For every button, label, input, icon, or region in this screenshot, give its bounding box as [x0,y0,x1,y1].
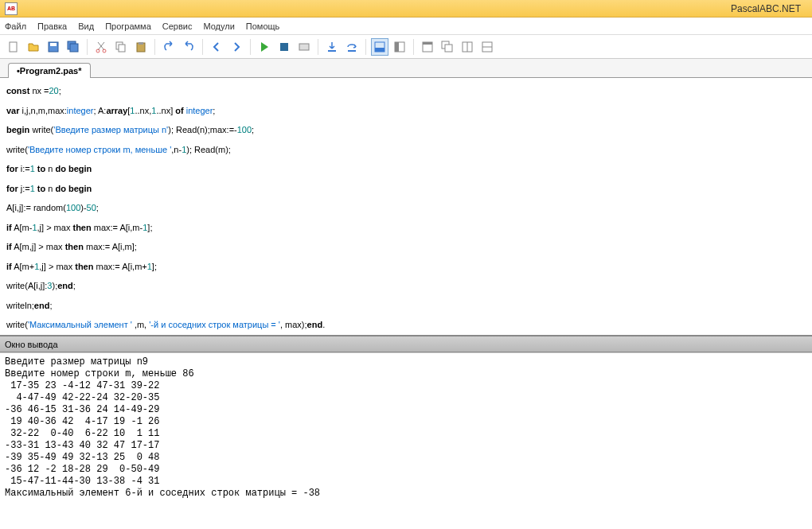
open-file-button[interactable] [25,38,42,56]
panel2-button[interactable] [391,38,408,56]
cut-button[interactable] [92,38,110,56]
menubar: Файл Правка Вид Программа Сервис Модули … [0,18,812,35]
menu-modules[interactable]: Модули [203,21,234,31]
panel1-button[interactable] [371,38,388,56]
svg-rect-0 [10,42,17,52]
menu-help[interactable]: Помощь [246,21,280,31]
save-all-button[interactable] [64,38,82,56]
window3-button[interactable] [459,38,476,56]
redo-button[interactable] [180,38,197,56]
titlebar: AB PascalABC.NET [0,0,812,18]
new-file-button[interactable] [5,38,22,56]
svg-rect-11 [280,43,288,51]
svg-rect-13 [328,50,336,52]
window4-button[interactable] [478,38,496,56]
code-editor[interactable]: const nx =20; var i,j,n,m,max:integer; A… [0,78,812,336]
stop-button[interactable] [275,38,293,56]
svg-rect-18 [395,42,399,52]
svg-rect-14 [348,50,356,52]
save-button[interactable] [45,38,62,56]
svg-rect-12 [299,44,309,50]
toolbar-separator [413,39,414,55]
compile-button[interactable] [295,38,313,56]
menu-service[interactable]: Сервис [162,21,193,31]
svg-rect-22 [445,45,452,52]
app-icon: AB [5,2,18,15]
menu-view[interactable]: Вид [78,21,94,31]
toolbar-separator [365,39,366,55]
menu-program[interactable]: Программа [105,21,151,31]
nav-forward-button[interactable] [228,38,245,56]
svg-rect-10 [139,42,143,45]
menu-file[interactable]: Файл [5,21,26,31]
window1-button[interactable] [419,38,436,56]
output-header: Окно вывода [0,336,812,352]
toolbar [0,35,812,59]
svg-rect-20 [423,42,432,45]
run-button[interactable] [256,38,273,56]
toolbar-separator [250,39,251,55]
toolbar-separator [87,39,88,55]
undo-button[interactable] [160,38,178,56]
output-panel[interactable]: Введите размер матрицы n9 Введите номер … [0,352,812,529]
svg-rect-2 [50,43,57,46]
step-into-button[interactable] [323,38,341,56]
tab-program2[interactable]: •Program2.pas* [8,63,91,78]
copy-button[interactable] [112,38,130,56]
svg-rect-8 [119,45,125,52]
svg-rect-16 [375,48,385,52]
toolbar-separator [202,39,203,55]
app-title: PascalABC.NET [731,3,801,14]
step-over-button[interactable] [343,38,361,56]
tabbar: •Program2.pas* [0,59,812,78]
nav-back-button[interactable] [208,38,225,56]
menu-edit[interactable]: Правка [37,21,67,31]
svg-rect-4 [70,44,78,52]
window2-button[interactable] [439,38,456,56]
toolbar-separator [318,39,318,55]
toolbar-separator [154,39,155,55]
paste-button[interactable] [132,38,150,56]
